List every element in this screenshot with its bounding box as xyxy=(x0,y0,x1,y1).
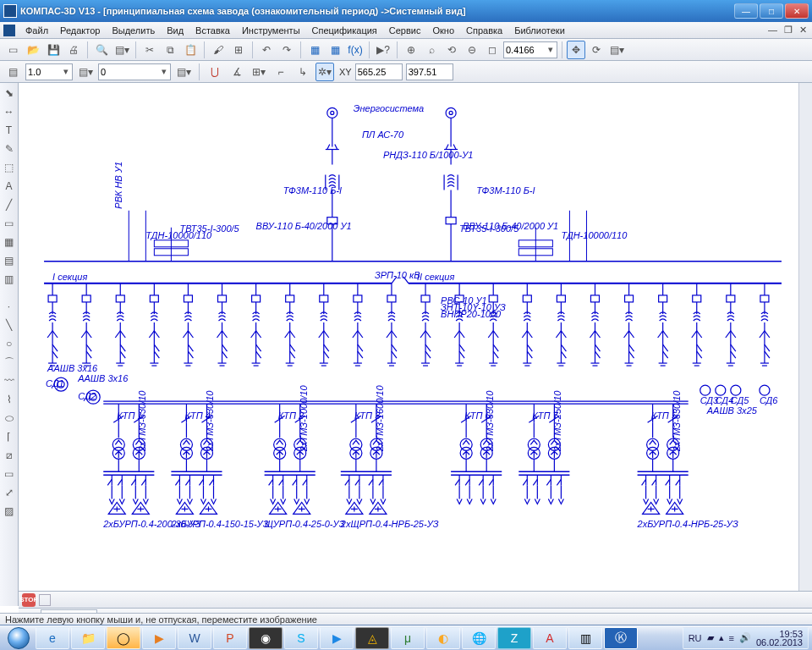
round-button[interactable]: ✲▾ xyxy=(315,63,334,81)
task-utorrent[interactable]: μ xyxy=(391,627,425,649)
mdi-close[interactable]: ✕ xyxy=(798,25,809,36)
task-chrome[interactable]: 🌐 xyxy=(462,627,496,649)
menu-library[interactable]: Библиотеки xyxy=(509,24,570,37)
measure-button[interactable]: A xyxy=(1,178,18,195)
chamfer-tool[interactable]: ⧄ xyxy=(1,447,18,464)
hatch2-tool[interactable]: ▨ xyxy=(1,503,18,520)
tray-lang[interactable]: RU xyxy=(689,633,702,643)
open-button[interactable]: 📂 xyxy=(24,41,42,59)
variables-button[interactable]: ▦ xyxy=(326,41,344,59)
fx-button[interactable]: f(x) xyxy=(346,41,365,59)
pan-button[interactable]: ✥ xyxy=(567,41,585,59)
layer-combo[interactable]: ▾ xyxy=(98,63,171,80)
zoom-out-button[interactable]: ⊖ xyxy=(463,41,481,59)
polyline-tool[interactable]: ⌇ xyxy=(1,391,18,408)
menu-tools[interactable]: Инструменты xyxy=(237,24,305,37)
new-button[interactable]: ▭ xyxy=(3,41,22,59)
task-tc[interactable]: ▥ xyxy=(568,627,602,649)
local-cs-button[interactable]: ↳ xyxy=(294,63,312,81)
rect2-tool[interactable]: ▭ xyxy=(1,465,18,482)
system-tray[interactable]: RU ▰ ▴ ≡ 🔊 19:53 06.02.2013 xyxy=(683,627,809,649)
menu-window[interactable]: Окно xyxy=(427,24,459,37)
render-button[interactable]: ▤▾ xyxy=(607,41,626,59)
circle-tool[interactable]: ○ xyxy=(1,335,18,352)
refresh-button[interactable]: ⟳ xyxy=(587,41,606,59)
prop2-button[interactable]: ⊞ xyxy=(229,41,248,59)
start-button[interactable] xyxy=(3,625,34,651)
layers-button[interactable]: ▤ xyxy=(3,63,22,81)
arc-tool[interactable]: ⌒ xyxy=(1,354,18,371)
ortho-button[interactable]: ⌐ xyxy=(272,63,290,81)
rect-button[interactable]: ▭ xyxy=(1,215,18,232)
menu-service[interactable]: Сервис xyxy=(384,24,426,37)
fillet-tool[interactable]: ⌈ xyxy=(1,428,18,445)
preview-button[interactable]: 🔍 xyxy=(92,41,111,59)
menu-select[interactable]: Выделить xyxy=(107,24,160,37)
help-button[interactable]: ▶? xyxy=(374,41,392,59)
segment-tool[interactable]: ╲ xyxy=(1,317,18,333)
task-explorer[interactable]: 📁 xyxy=(71,627,105,649)
tray-net-icon[interactable]: ≡ xyxy=(729,633,734,643)
vertical-scrollbar[interactable] xyxy=(798,83,812,592)
task-skype[interactable]: S xyxy=(284,627,318,649)
close-button[interactable]: ✕ xyxy=(785,3,809,19)
task-app1[interactable]: ◯ xyxy=(107,627,140,649)
task-wmp[interactable]: ▶ xyxy=(142,627,176,649)
print-button[interactable]: 🖨 xyxy=(64,41,83,59)
mdi-restore[interactable]: ❐ xyxy=(782,25,794,36)
geom-button[interactable]: ⬊ xyxy=(1,85,18,102)
magnet-button[interactable]: ⋃ xyxy=(206,63,224,81)
props-button[interactable]: ▤▾ xyxy=(112,41,131,59)
report-button[interactable]: ▥ xyxy=(1,271,18,288)
y-field[interactable] xyxy=(406,63,453,80)
task-word[interactable]: W xyxy=(178,627,211,649)
minimize-button[interactable]: — xyxy=(734,3,758,19)
zoom-window-button[interactable]: ⌕ xyxy=(422,41,441,59)
doc-icon[interactable] xyxy=(3,25,15,36)
task-daum[interactable]: ▶ xyxy=(320,627,354,649)
stop-icon[interactable]: STOP xyxy=(22,593,36,607)
scale-combo[interactable]: ▾ xyxy=(25,63,73,80)
menu-view[interactable]: Вид xyxy=(162,24,189,37)
menu-insert[interactable]: Вставка xyxy=(190,24,235,37)
task-ppt[interactable]: P xyxy=(213,627,247,649)
grid-button[interactable]: ⊞▾ xyxy=(250,63,268,81)
menu-help[interactable]: Справка xyxy=(461,24,508,37)
mdi-minimize[interactable]: — xyxy=(766,25,779,36)
zoom-in-button[interactable]: ⊕ xyxy=(402,41,420,59)
ellipse-tool[interactable]: ⬭ xyxy=(1,410,18,427)
undo-button[interactable]: ↶ xyxy=(257,41,276,59)
tray-vol-icon[interactable]: 🔊 xyxy=(739,632,751,643)
drawing-canvas[interactable]: Энергосистема ПЛ АС-70 РНДЗ-110 Б/1000-У… xyxy=(19,83,812,606)
cut-button[interactable]: ✂ xyxy=(140,41,159,59)
x-field[interactable] xyxy=(355,63,403,80)
edit-button[interactable]: ✎ xyxy=(1,140,18,157)
spline-tool[interactable]: 〰 xyxy=(1,372,18,389)
task-reader[interactable]: A xyxy=(533,627,567,649)
aux-tool[interactable]: ⤢ xyxy=(1,484,18,501)
copy-button[interactable]: ⧉ xyxy=(161,41,179,59)
zoom-fit-button[interactable]: ◻ xyxy=(483,41,502,59)
menu-editor[interactable]: Редактор xyxy=(55,24,105,37)
tray-up-icon[interactable]: ▴ xyxy=(719,632,724,643)
redo-button[interactable]: ↷ xyxy=(277,41,296,59)
layer-mgr-button[interactable]: ▤▾ xyxy=(76,63,95,81)
task-ie[interactable]: e xyxy=(36,627,69,649)
task-kompas[interactable]: Ⓚ xyxy=(604,627,638,649)
hatch-button[interactable]: ▦ xyxy=(1,234,18,251)
zoom-combo[interactable]: ▾ xyxy=(503,41,557,58)
point-tool[interactable]: · xyxy=(1,298,18,315)
dim-button[interactable]: ↔ xyxy=(1,103,18,120)
line-button[interactable]: ╱ xyxy=(1,196,18,213)
text-button[interactable]: T xyxy=(1,122,18,139)
zoom-prev-button[interactable]: ⟲ xyxy=(442,41,461,59)
param-button[interactable]: ⬚ xyxy=(1,159,18,176)
save-button[interactable]: 💾 xyxy=(44,41,63,59)
maximize-button[interactable]: □ xyxy=(760,3,783,19)
layer-state-button[interactable]: ▤▾ xyxy=(174,63,193,81)
cmd-icon[interactable] xyxy=(39,594,51,606)
brush-button[interactable]: 🖌 xyxy=(209,41,228,59)
snap1-button[interactable]: ∡ xyxy=(228,63,246,81)
library-button[interactable]: ▦ xyxy=(305,41,324,59)
menu-spec[interactable]: Спецификация xyxy=(307,24,382,37)
